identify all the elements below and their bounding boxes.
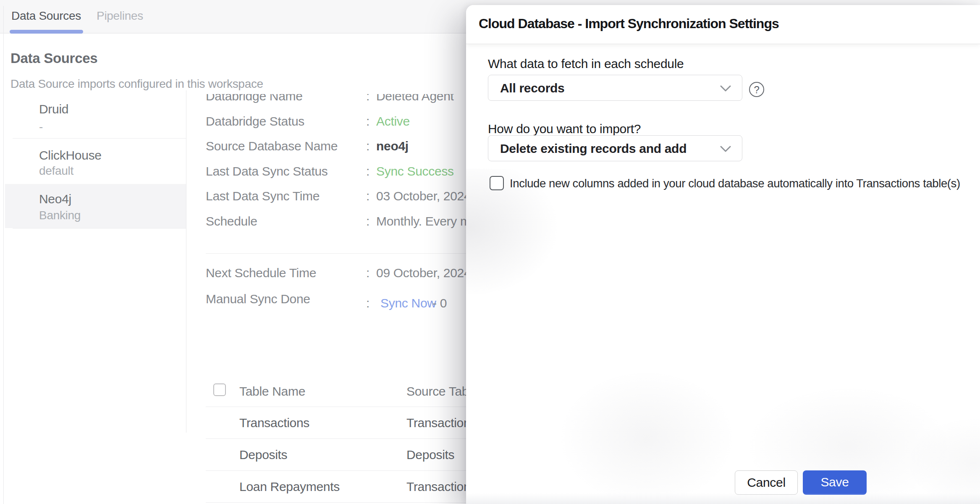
divider — [13, 228, 186, 228]
detail-colon: : — [366, 94, 369, 103]
fetch-schedule-selected-value: All records — [500, 81, 564, 95]
help-icon[interactable]: ? — [749, 82, 764, 97]
detail-value: Deleted Agent — [376, 94, 454, 103]
datasource-name: ClickHouse — [39, 148, 102, 163]
detail-label: Source Database Name — [206, 139, 338, 153]
sync-count-value: - 0 — [432, 296, 447, 310]
datasource-subtitle: - — [39, 120, 43, 134]
table-header-source: Source Table — [406, 384, 466, 399]
sidebar-item-clickhouse[interactable]: ClickHouse default — [5, 139, 186, 184]
import-mode-select[interactable]: Delete existing records and add — [488, 135, 742, 161]
detail-value: 09 October, 2024 0 — [376, 266, 466, 280]
sidebar-right-divider — [186, 90, 186, 433]
detail-colon: : — [366, 164, 369, 178]
table-cell-source: Transactions — [406, 480, 466, 494]
detail-colon: : — [366, 296, 369, 310]
detail-label: Databridge Name — [206, 94, 303, 103]
fetch-schedule-select[interactable]: All records — [488, 75, 742, 101]
datasource-name: Druid — [39, 102, 68, 116]
detail-label: Databridge Status — [206, 114, 304, 129]
include-new-columns-label: Include new columns added in your cloud … — [510, 177, 960, 190]
page-title: Data Sources — [10, 50, 97, 66]
detail-colon: : — [366, 214, 369, 228]
import-mode-label: How do you want to import? — [488, 122, 641, 136]
sync-status-value: Sync Success — [376, 164, 454, 178]
datasource-subtitle: Banking — [39, 209, 81, 222]
datasource-detail-panel: Databridge Name : Deleted Agent Databrid… — [206, 94, 466, 504]
include-new-columns-checkbox[interactable] — [490, 176, 504, 190]
table-header-name: Table Name — [239, 384, 305, 399]
tab-data-sources[interactable]: Data Sources — [11, 9, 81, 23]
detail-label: Next Schedule Time — [206, 266, 316, 280]
import-sync-settings-modal: Cloud Database - Import Synchronization … — [466, 5, 980, 504]
divider — [206, 438, 466, 439]
table-cell-name: Transactions — [239, 416, 309, 430]
sidebar-item-neo4j[interactable]: Neo4j Banking — [5, 184, 186, 228]
cancel-button[interactable]: Cancel — [735, 470, 798, 495]
tab-pipelines[interactable]: Pipelines — [97, 9, 143, 23]
sync-now-link[interactable]: Sync Now — [380, 296, 436, 310]
detail-label: Last Data Sync Status — [206, 164, 328, 178]
detail-value: Monthly. Every mo — [376, 214, 466, 228]
watermark-blob — [894, 408, 980, 504]
detail-value: 03 October, 2024 0 — [376, 189, 466, 203]
datasource-name: Neo4j — [39, 192, 71, 206]
detail-colon: : — [366, 189, 369, 203]
select-all-checkbox[interactable] — [213, 383, 226, 396]
chevron-down-icon — [720, 85, 731, 92]
table-cell-name: Deposits — [239, 448, 287, 462]
watermark-blob — [542, 358, 752, 504]
bottom-fade — [466, 493, 980, 504]
chevron-down-icon — [720, 146, 731, 152]
question-mark-glyph: ? — [750, 83, 763, 97]
active-tab-underline — [10, 30, 83, 34]
detail-label: Last Data Sync Time — [206, 189, 320, 203]
divider — [206, 253, 466, 254]
modal-title: Cloud Database - Import Synchronization … — [479, 16, 779, 32]
datasource-subtitle: default — [39, 164, 73, 178]
left-edge-divider — [3, 6, 4, 504]
divider — [206, 470, 466, 471]
detail-value: neo4j — [376, 139, 409, 153]
page-subtitle: Data Source imports configured in this w… — [10, 77, 263, 91]
status-active-value: Active — [376, 114, 410, 129]
divider — [206, 502, 466, 503]
table-cell-name: Loan Repayments — [239, 480, 340, 494]
import-mode-selected-value: Delete existing records and add — [500, 142, 687, 156]
modal-header: Cloud Database - Import Synchronization … — [466, 5, 980, 44]
fetch-schedule-label: What data to fetch in each schedule — [488, 57, 684, 71]
table-cell-source: Transactions — [406, 416, 466, 430]
table-cell-source: Deposits — [406, 448, 454, 462]
sidebar-item-druid[interactable]: Druid - — [5, 100, 186, 138]
detail-colon: : — [366, 139, 369, 153]
divider — [206, 407, 466, 407]
detail-colon: : — [366, 114, 369, 129]
detail-colon: : — [366, 266, 369, 280]
detail-label: Manual Sync Done — [206, 292, 310, 306]
detail-label: Schedule — [206, 214, 257, 228]
save-button[interactable]: Save — [803, 470, 867, 495]
